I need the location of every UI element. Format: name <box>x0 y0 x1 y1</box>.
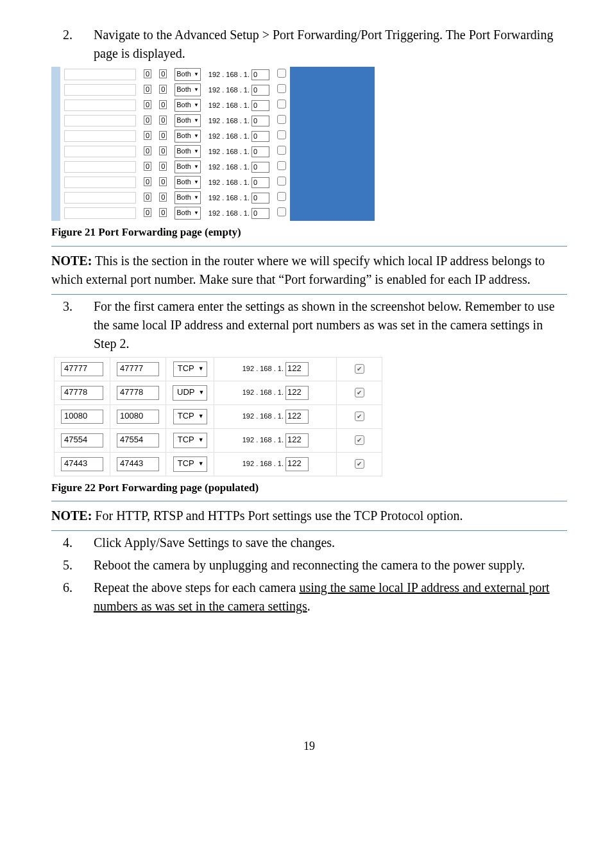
internal-port-input[interactable]: 0 <box>159 69 167 78</box>
service-name-input[interactable] <box>64 84 136 96</box>
table-row: 00Both192 . 168 . 1. 0 <box>60 175 375 190</box>
enable-checkbox[interactable] <box>277 177 286 186</box>
protocol-select[interactable]: Both <box>174 130 201 143</box>
enable-checkbox[interactable] <box>277 192 286 201</box>
ip-last-octet-input[interactable]: 0 <box>251 116 269 126</box>
service-name-input[interactable] <box>64 130 136 142</box>
ip-last-octet-input[interactable]: 122 <box>285 457 309 471</box>
table-row: 00Both192 . 168 . 1. 0 <box>60 159 375 175</box>
ip-address-cell: 192 . 168 . 1. 0 <box>205 98 273 113</box>
enable-checkbox[interactable]: ✔ <box>355 412 364 421</box>
external-port-input[interactable]: 0 <box>144 146 151 155</box>
step-6-number: 6. <box>51 578 94 616</box>
enable-checkbox[interactable] <box>277 130 286 139</box>
internal-port-input[interactable]: 0 <box>159 85 167 94</box>
protocol-select[interactable]: Both <box>174 176 201 189</box>
ip-last-octet-input[interactable]: 0 <box>251 193 269 204</box>
enable-checkbox[interactable] <box>277 207 286 216</box>
enable-checkbox[interactable] <box>277 84 286 93</box>
service-name-input[interactable] <box>64 161 136 173</box>
figure-22-image: 4777747777TCP192 . 168 . 1. 122✔47778477… <box>54 357 567 476</box>
internal-port-input[interactable]: 0 <box>159 177 167 186</box>
internal-port-input[interactable]: 0 <box>159 208 167 217</box>
internal-port-input[interactable]: 47778 <box>117 386 159 400</box>
figure-21-caption: Figure 21 Port Forwarding page (empty) <box>51 225 567 241</box>
ip-address-cell: 192 . 168 . 1. 0 <box>205 190 273 205</box>
protocol-select[interactable]: Both <box>174 99 201 112</box>
external-port-input[interactable]: 0 <box>144 116 151 125</box>
step-6-text: Repeat the above steps for each camera u… <box>94 578 567 616</box>
step-5-text: Reboot the camera by unplugging and reco… <box>94 556 567 575</box>
step-6-text-after: . <box>307 599 310 613</box>
ip-last-octet-input[interactable]: 0 <box>251 208 269 219</box>
ip-last-octet-input[interactable]: 122 <box>285 362 309 376</box>
ip-last-octet-input[interactable]: 0 <box>251 131 269 142</box>
internal-port-input[interactable]: 10080 <box>117 410 159 424</box>
external-port-input[interactable]: 0 <box>144 177 151 186</box>
enable-checkbox[interactable]: ✔ <box>355 364 364 374</box>
external-port-input[interactable]: 10080 <box>61 410 103 424</box>
protocol-select[interactable]: Both <box>174 191 201 204</box>
service-name-input[interactable] <box>64 192 136 204</box>
protocol-select[interactable]: Both <box>174 83 201 96</box>
protocol-select[interactable]: TCP <box>173 409 207 424</box>
ip-last-octet-input[interactable]: 122 <box>285 433 309 447</box>
internal-port-input[interactable]: 0 <box>159 100 167 109</box>
internal-port-input[interactable]: 0 <box>159 116 167 125</box>
enable-checkbox[interactable] <box>277 69 286 78</box>
enable-checkbox[interactable] <box>277 115 286 124</box>
protocol-select[interactable]: Both <box>174 207 201 220</box>
enable-checkbox[interactable]: ✔ <box>355 388 364 397</box>
internal-port-input[interactable]: 0 <box>159 131 167 140</box>
external-port-input[interactable]: 47778 <box>61 386 103 400</box>
enable-checkbox[interactable] <box>277 161 286 170</box>
external-port-input[interactable]: 47777 <box>61 362 103 376</box>
external-port-input[interactable]: 47443 <box>61 457 103 471</box>
enable-checkbox[interactable] <box>277 146 286 155</box>
table-row: 00Both192 . 168 . 1. 0 <box>60 128 375 144</box>
protocol-select[interactable]: Both <box>174 145 201 158</box>
external-port-input[interactable]: 0 <box>144 100 151 109</box>
service-name-input[interactable] <box>64 100 136 111</box>
service-name-input[interactable] <box>64 177 136 188</box>
protocol-select[interactable]: TCP <box>173 361 207 377</box>
internal-port-input[interactable]: 0 <box>159 146 167 155</box>
external-port-input[interactable]: 0 <box>144 208 151 217</box>
ip-last-octet-input[interactable]: 0 <box>251 85 269 96</box>
service-name-input[interactable] <box>64 69 136 80</box>
external-port-input[interactable]: 0 <box>144 85 151 94</box>
external-port-input[interactable]: 0 <box>144 131 151 140</box>
service-name-input[interactable] <box>64 146 136 157</box>
table-row: 00Both192 . 168 . 1. 0 <box>60 82 375 98</box>
enable-checkbox[interactable]: ✔ <box>355 435 364 445</box>
external-port-input[interactable]: 0 <box>144 69 151 78</box>
internal-port-input[interactable]: 0 <box>159 162 167 171</box>
external-port-input[interactable]: 0 <box>144 193 151 202</box>
protocol-select[interactable]: TCP <box>173 456 207 472</box>
service-name-input[interactable] <box>64 207 136 219</box>
divider <box>51 246 567 247</box>
internal-port-input[interactable]: 47554 <box>117 433 159 447</box>
ip-last-octet-input[interactable]: 0 <box>251 100 269 111</box>
step-3-text: For the first camera enter the settings … <box>94 297 567 353</box>
ip-last-octet-input[interactable]: 0 <box>251 162 269 173</box>
ip-last-octet-input[interactable]: 122 <box>285 386 309 400</box>
protocol-select[interactable]: Both <box>174 114 201 127</box>
internal-port-input[interactable]: 0 <box>159 193 167 202</box>
protocol-select[interactable]: Both <box>174 161 201 173</box>
table-row: 00Both192 . 168 . 1. 0 <box>60 190 375 205</box>
protocol-select[interactable]: TCP <box>173 433 207 448</box>
protocol-select[interactable]: UDP <box>173 385 207 401</box>
ip-last-octet-input[interactable]: 0 <box>251 177 269 188</box>
enable-checkbox[interactable]: ✔ <box>355 459 364 469</box>
internal-port-input[interactable]: 47777 <box>117 362 159 376</box>
service-name-input[interactable] <box>64 115 136 126</box>
external-port-input[interactable]: 47554 <box>61 433 103 447</box>
protocol-select[interactable]: Both <box>174 68 201 81</box>
ip-last-octet-input[interactable]: 0 <box>251 69 269 80</box>
ip-last-octet-input[interactable]: 122 <box>285 410 309 424</box>
ip-last-octet-input[interactable]: 0 <box>251 146 269 157</box>
enable-checkbox[interactable] <box>277 100 286 108</box>
external-port-input[interactable]: 0 <box>144 162 151 171</box>
internal-port-input[interactable]: 47443 <box>117 457 159 471</box>
